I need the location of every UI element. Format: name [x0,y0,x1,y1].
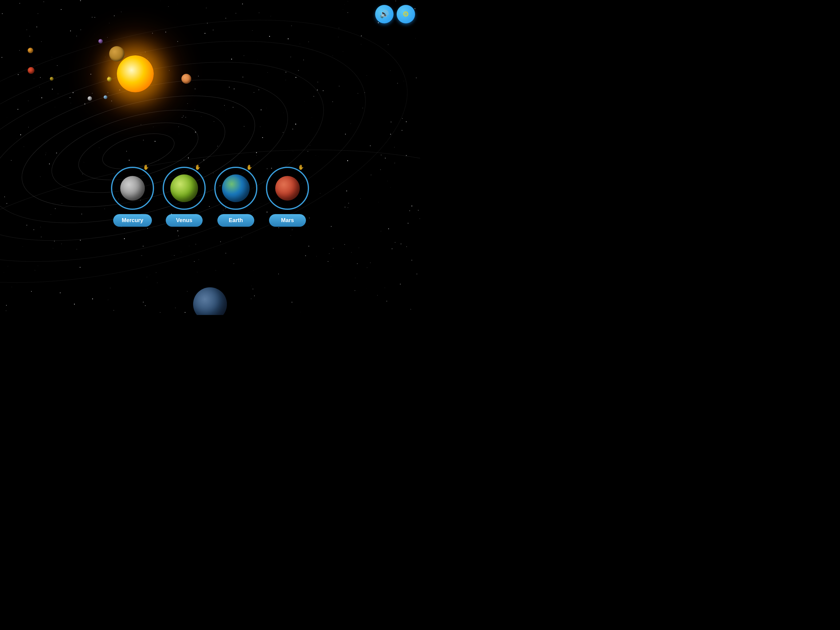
planet-visual-mercury [120,176,145,201]
planet-card-earth[interactable]: Earth [214,167,257,227]
planet-label-mercury[interactable]: Mercury [113,214,152,227]
planet-visual-venus [171,174,198,202]
planet-circle-venus[interactable] [163,167,206,210]
small-planet-sp1[interactable] [28,47,33,53]
planet-visual-earth [222,174,249,202]
planet-label-mars[interactable]: Mars [269,214,306,227]
small-planet-sp9[interactable] [104,95,107,99]
small-planet-sp3[interactable] [28,67,35,74]
planet-label-venus[interactable]: Venus [166,214,203,227]
planet-circle-mars[interactable] [266,167,309,210]
planet-card-mars[interactable]: Mars [266,167,309,227]
planet-label-earth[interactable]: Earth [217,214,254,227]
small-planet-sp7[interactable] [182,74,191,84]
starfield [0,0,420,315]
planet-circle-earth[interactable] [214,167,257,210]
sound-button[interactable]: 🔊 [375,5,393,24]
settings-button[interactable]: ⚙ [396,5,415,24]
small-planet-sp2[interactable] [98,39,103,43]
planet-card-mercury[interactable]: Mercury [111,167,154,227]
sun [117,55,154,92]
planet-visual-mars [275,176,300,201]
planet-card-venus[interactable]: Venus [163,167,206,227]
small-planet-sp6[interactable] [109,46,125,62]
small-planet-sp4[interactable] [50,77,54,81]
planet-cards-row: MercuryVenusEarthMars [111,167,309,227]
small-planet-sp8[interactable] [88,96,92,101]
small-planet-sp5[interactable] [107,77,112,82]
top-buttons: 🔊 ⚙ [375,5,415,24]
planet-circle-mercury[interactable] [111,167,154,210]
